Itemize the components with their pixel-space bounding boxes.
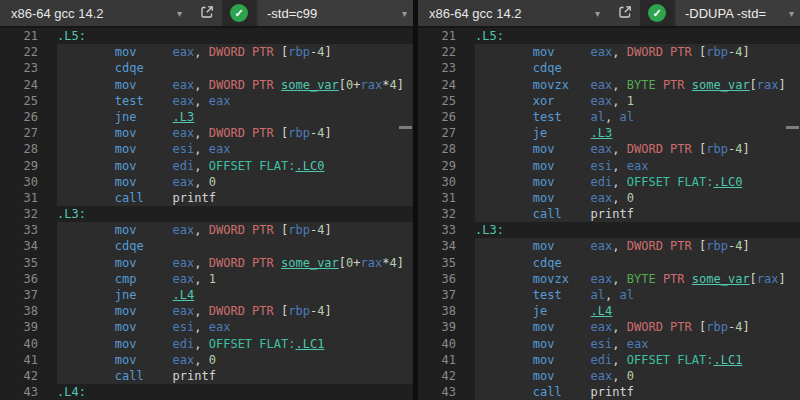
- asm-line[interactable]: 27 mov eax, DWORD PTR [rbp-4]: [0, 125, 413, 141]
- line-number: 35: [0, 255, 57, 271]
- compiler-options-input[interactable]: -DDUPA -std= ▾: [676, 0, 800, 26]
- asm-line[interactable]: 26 test al, al: [418, 109, 800, 125]
- compiler-options-input[interactable]: -std=c99 ▾: [258, 0, 413, 26]
- asm-line[interactable]: 43 call printf: [418, 384, 800, 400]
- asm-label-link[interactable]: some_var: [692, 272, 750, 286]
- asm-line[interactable]: 29 mov edi, OFFSET FLAT:.LC0: [0, 158, 413, 174]
- asm-line[interactable]: 32.L3:: [0, 206, 413, 222]
- asm-line[interactable]: 38 mov eax, DWORD PTR [rbp-4]: [0, 303, 413, 319]
- asm-line[interactable]: 42 call printf: [0, 368, 413, 384]
- compile-status[interactable]: ✓: [640, 0, 674, 26]
- asm-line[interactable]: 23 cdqe: [0, 60, 413, 76]
- open-in-new-tab-button[interactable]: [192, 0, 222, 26]
- asm-label-link[interactable]: some_var: [281, 78, 339, 92]
- asm-line[interactable]: 31 call printf: [0, 190, 413, 206]
- line-number: 36: [418, 271, 475, 287]
- asm-code: cmp eax, 1: [57, 271, 413, 287]
- asm-label: .L4:: [57, 385, 86, 399]
- asm-line[interactable]: 41 mov eax, 0: [0, 352, 413, 368]
- line-number: 24: [418, 77, 475, 93]
- asm-line[interactable]: 30 mov eax, 0: [0, 174, 413, 190]
- asm-label-link[interactable]: some_var: [281, 256, 339, 270]
- asm-line[interactable]: 38 je .L4: [418, 303, 800, 319]
- asm-code: mov eax, DWORD PTR [rbp-4]: [57, 44, 413, 60]
- asm-label-link[interactable]: .LC1: [713, 353, 742, 367]
- line-number: 24: [0, 77, 57, 93]
- chevron-down-icon: ▾: [593, 8, 602, 19]
- asm-label-link[interactable]: .LC0: [295, 159, 324, 173]
- asm-code: .L5:: [475, 28, 800, 44]
- line-number: 41: [418, 352, 475, 368]
- asm-code: call printf: [475, 384, 800, 400]
- asm-label-link[interactable]: .L3: [591, 126, 613, 140]
- asm-line[interactable]: 30 mov edi, OFFSET FLAT:.LC0: [418, 174, 800, 190]
- line-number: 22: [0, 44, 57, 60]
- asm-line[interactable]: 25 test eax, eax: [0, 93, 413, 109]
- asm-line[interactable]: 22 mov eax, DWORD PTR [rbp-4]: [0, 44, 413, 60]
- line-number: 36: [0, 271, 57, 287]
- asm-line[interactable]: 33 mov eax, DWORD PTR [rbp-4]: [0, 222, 413, 238]
- asm-line[interactable]: 40 mov esi, eax: [418, 336, 800, 352]
- line-number: 37: [0, 287, 57, 303]
- asm-label-link[interactable]: .L4: [173, 288, 195, 302]
- line-number: 32: [418, 206, 475, 222]
- compiler-picker[interactable]: x86-64 gcc 14.2 ▾: [418, 0, 610, 26]
- compiler-header-left: x86-64 gcc 14.2 ▾ ✓ -std=c99 ▾: [0, 0, 413, 28]
- compile-status[interactable]: ✓: [222, 0, 256, 26]
- asm-line[interactable]: 36 cmp eax, 1: [0, 271, 413, 287]
- asm-line[interactable]: 35 mov eax, DWORD PTR some_var[0+rax*4]: [0, 255, 413, 271]
- asm-line[interactable]: 28 mov esi, eax: [0, 141, 413, 157]
- check-circle-icon: ✓: [648, 4, 666, 22]
- asm-output-editor-right[interactable]: 21.L5:22 mov eax, DWORD PTR [rbp-4]23 cd…: [418, 28, 800, 400]
- asm-code: je .L4: [475, 303, 800, 319]
- asm-line[interactable]: 39 mov esi, eax: [0, 319, 413, 335]
- asm-line[interactable]: 28 mov eax, DWORD PTR [rbp-4]: [418, 141, 800, 157]
- asm-line[interactable]: 42 mov eax, 0: [418, 368, 800, 384]
- asm-line[interactable]: 31 mov eax, 0: [418, 190, 800, 206]
- asm-code: mov esi, eax: [475, 158, 800, 174]
- asm-line[interactable]: 43.L4:: [0, 384, 413, 400]
- asm-code: jne .L4: [57, 287, 413, 303]
- asm-label-link[interactable]: .LC1: [295, 337, 324, 351]
- asm-line[interactable]: 24 movzx eax, BYTE PTR some_var[rax]: [418, 77, 800, 93]
- asm-line[interactable]: 33.L3:: [418, 222, 800, 238]
- compiler-options-value: -std=c99: [267, 6, 400, 21]
- asm-line[interactable]: 37 test al, al: [418, 287, 800, 303]
- asm-output-editor-left[interactable]: 21.L5:22 mov eax, DWORD PTR [rbp-4]23 cd…: [0, 28, 413, 400]
- asm-line[interactable]: 21.L5:: [418, 28, 800, 44]
- asm-label-link[interactable]: .L4: [591, 304, 613, 318]
- asm-code: mov eax, DWORD PTR some_var[0+rax*4]: [57, 77, 413, 93]
- asm-line[interactable]: 27 je .L3: [418, 125, 800, 141]
- asm-line[interactable]: 34 cdqe: [0, 238, 413, 254]
- open-in-new-tab-button[interactable]: [610, 0, 640, 26]
- asm-line[interactable]: 29 mov esi, eax: [418, 158, 800, 174]
- asm-code: test al, al: [475, 287, 800, 303]
- asm-code: cdqe: [57, 238, 413, 254]
- asm-line[interactable]: 23 cdqe: [418, 60, 800, 76]
- asm-line[interactable]: 40 mov edi, OFFSET FLAT:.LC1: [0, 336, 413, 352]
- line-number: 26: [418, 109, 475, 125]
- asm-line[interactable]: 35 cdqe: [418, 255, 800, 271]
- asm-line[interactable]: 41 mov edi, OFFSET FLAT:.LC1: [418, 352, 800, 368]
- asm-line[interactable]: 36 movzx eax, BYTE PTR some_var[rax]: [418, 271, 800, 287]
- scrollbar-marker[interactable]: [399, 126, 412, 129]
- asm-label-link[interactable]: .L3: [173, 110, 195, 124]
- asm-code: xor eax, 1: [475, 93, 800, 109]
- asm-label-link[interactable]: .LC0: [713, 175, 742, 189]
- asm-line[interactable]: 34 mov eax, DWORD PTR [rbp-4]: [418, 238, 800, 254]
- compiler-picker[interactable]: x86-64 gcc 14.2 ▾: [0, 0, 192, 26]
- asm-line[interactable]: 24 mov eax, DWORD PTR some_var[0+rax*4]: [0, 77, 413, 93]
- line-number: 38: [418, 303, 475, 319]
- asm-line[interactable]: 39 mov eax, DWORD PTR [rbp-4]: [418, 319, 800, 335]
- scrollbar-marker[interactable]: [786, 126, 799, 129]
- asm-line[interactable]: 37 jne .L4: [0, 287, 413, 303]
- line-number: 35: [418, 255, 475, 271]
- line-number: 43: [418, 384, 475, 400]
- asm-line[interactable]: 32 call printf: [418, 206, 800, 222]
- asm-line[interactable]: 22 mov eax, DWORD PTR [rbp-4]: [418, 44, 800, 60]
- asm-line[interactable]: 21.L5:: [0, 28, 413, 44]
- asm-code: mov esi, eax: [57, 319, 413, 335]
- asm-label-link[interactable]: some_var: [692, 78, 750, 92]
- asm-line[interactable]: 26 jne .L3: [0, 109, 413, 125]
- asm-line[interactable]: 25 xor eax, 1: [418, 93, 800, 109]
